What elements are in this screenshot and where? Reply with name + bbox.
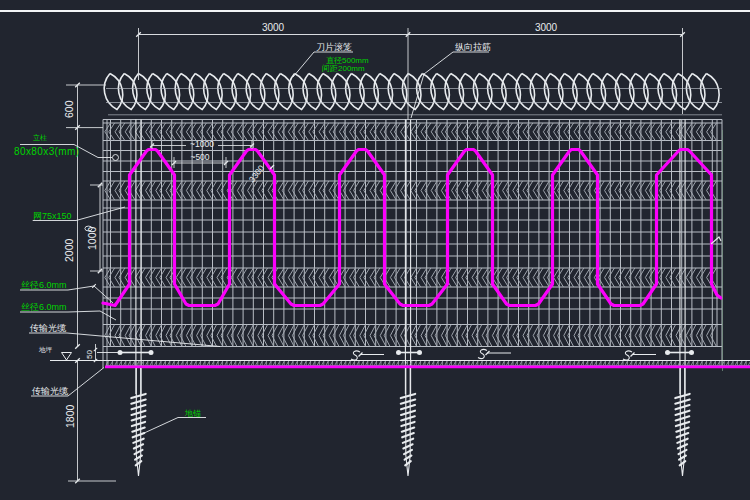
svg-text:刀片滚笼: 刀片滚笼 <box>316 42 352 52</box>
svg-text:纵向拉筋: 纵向拉筋 <box>455 42 491 52</box>
svg-text:~1000: ~1000 <box>190 139 214 149</box>
svg-text:3000: 3000 <box>262 22 285 33</box>
svg-text:丝径6.0mm: 丝径6.0mm <box>21 280 67 290</box>
svg-text:传输光缆: 传输光缆 <box>31 386 68 396</box>
svg-text:地坪: 地坪 <box>39 346 53 353</box>
svg-text:丝径6.0mm: 丝径6.0mm <box>21 302 67 312</box>
svg-text:50: 50 <box>85 350 94 359</box>
svg-text:网75x150: 网75x150 <box>33 211 72 221</box>
svg-text:地锚: 地锚 <box>184 409 201 418</box>
svg-text:立柱: 立柱 <box>33 134 47 141</box>
svg-text:2000: 2000 <box>63 238 75 262</box>
svg-text:间距200mm: 间距200mm <box>322 64 365 73</box>
svg-text:传输光缆: 传输光缆 <box>29 323 66 333</box>
svg-text:600: 600 <box>63 100 75 118</box>
svg-text:80x80x3(mm): 80x80x3(mm) <box>14 146 80 157</box>
svg-text:1800: 1800 <box>64 404 76 428</box>
svg-text:~500: ~500 <box>190 152 209 162</box>
svg-text:3000: 3000 <box>535 22 558 33</box>
